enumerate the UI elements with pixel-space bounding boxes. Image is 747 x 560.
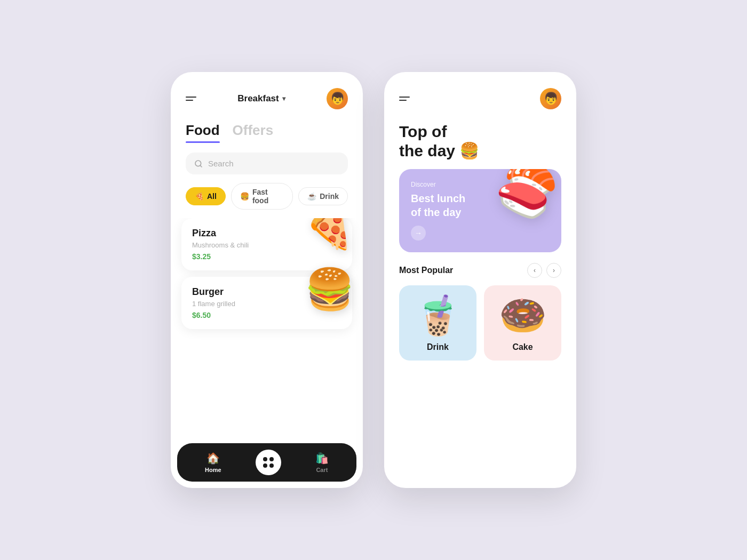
category-card-drink[interactable]: 🧋 Drink: [399, 285, 476, 361]
home-icon: 🏠: [206, 452, 220, 465]
promo-card[interactable]: Discover Best lunch of the day → 🍣: [399, 169, 561, 252]
phone2-header: 👦: [384, 72, 576, 118]
nav-home[interactable]: 🏠 Home: [205, 452, 221, 473]
avatar[interactable]: 👦: [327, 88, 348, 109]
promo-text: Discover Best lunch of the day →: [411, 181, 465, 241]
most-popular-label: Most Popular: [399, 266, 453, 275]
hero-heading: Top of the day 🍔: [399, 122, 561, 161]
location-badge[interactable]: Breakfast ▾: [237, 93, 285, 104]
food-desc-burger: 1 flame grilled: [192, 300, 235, 308]
food-name-burger: Burger: [192, 286, 235, 298]
search-placeholder: Search: [208, 159, 234, 168]
food-list: Pizza Mushrooms & chili $3.25 🍕 Burger 1…: [171, 218, 363, 439]
cake-emoji: 🍩: [499, 293, 547, 338]
food-card-burger[interactable]: Burger 1 flame grilled $6.50 🍔: [181, 277, 352, 329]
nav-cart-label: Cart: [316, 467, 328, 473]
tab-offers[interactable]: Offers: [233, 122, 274, 143]
food-info-pizza: Pizza Mushrooms & chili $3.25: [192, 228, 249, 261]
category-cards: 🧋 Drink 🍩 Cake: [384, 285, 576, 361]
tab-food[interactable]: Food: [186, 122, 220, 143]
food-price-burger: $6.50: [192, 311, 235, 319]
filter-fastfood-icon: 🍔: [240, 192, 249, 201]
phone1-header: Breakfast ▾ 👦: [171, 72, 363, 118]
food-name-pizza: Pizza: [192, 228, 249, 239]
filter-fastfood[interactable]: 🍔 Fast food: [231, 183, 293, 210]
filter-drink[interactable]: ☕ Drink: [298, 187, 348, 205]
promo-arrow-button[interactable]: →: [411, 226, 426, 241]
hero-title: Top of the day 🍔: [384, 118, 576, 169]
phone-1: Breakfast ▾ 👦 Food Offers Search: [171, 72, 363, 488]
hamburger-menu-icon-2[interactable]: [399, 97, 410, 101]
phone-2: 👦 Top of the day 🍔 Discover Best lunch o…: [384, 72, 576, 488]
location-label: Breakfast: [237, 93, 279, 104]
nav-center-button[interactable]: [256, 450, 281, 475]
arrow-left-button[interactable]: ‹: [527, 263, 542, 278]
most-popular-header: Most Popular ‹ ›: [384, 263, 576, 285]
search-bar[interactable]: Search: [186, 153, 348, 174]
nav-arrows: ‹ ›: [527, 263, 561, 278]
tabs-row: Food Offers: [171, 118, 363, 143]
nav-home-label: Home: [205, 467, 221, 473]
search-icon: [194, 159, 203, 168]
pizza-emoji: 🍕: [305, 218, 355, 252]
drink-emoji: 🧋: [414, 293, 462, 338]
svg-line-1: [200, 165, 202, 167]
nav-cart[interactable]: 🛍️ Cart: [315, 452, 329, 473]
cake-label: Cake: [512, 342, 533, 352]
filter-drink-icon: ☕: [307, 192, 316, 201]
drink-label: Drink: [427, 342, 449, 352]
category-card-cake[interactable]: 🍩 Cake: [484, 285, 561, 361]
phones-container: Breakfast ▾ 👦 Food Offers Search: [171, 72, 576, 488]
food-info-burger: Burger 1 flame grilled $6.50: [192, 286, 235, 319]
promo-title: Best lunch of the day: [411, 191, 465, 219]
chevron-down-icon: ▾: [282, 95, 285, 102]
promo-discover-label: Discover: [411, 181, 465, 188]
food-card-pizza[interactable]: Pizza Mushrooms & chili $3.25 🍕: [181, 218, 352, 270]
filter-chips: 🍕 All 🍔 Fast food ☕ Drink: [171, 183, 363, 218]
food-desc-pizza: Mushrooms & chili: [192, 241, 249, 249]
dots-grid-icon: [263, 457, 274, 468]
burger-emoji: 🍔: [305, 266, 355, 313]
cart-icon: 🛍️: [315, 452, 329, 465]
hamburger-menu-icon[interactable]: [186, 97, 196, 101]
avatar-2[interactable]: 👦: [540, 88, 561, 109]
filter-all-icon: 🍕: [195, 192, 204, 201]
sushi-emoji: 🍣: [495, 169, 559, 221]
filter-all[interactable]: 🍕 All: [186, 187, 226, 205]
food-price-pizza: $3.25: [192, 252, 249, 261]
arrow-right-button[interactable]: ›: [546, 263, 561, 278]
bottom-nav: 🏠 Home 🛍️ Cart: [177, 443, 356, 482]
